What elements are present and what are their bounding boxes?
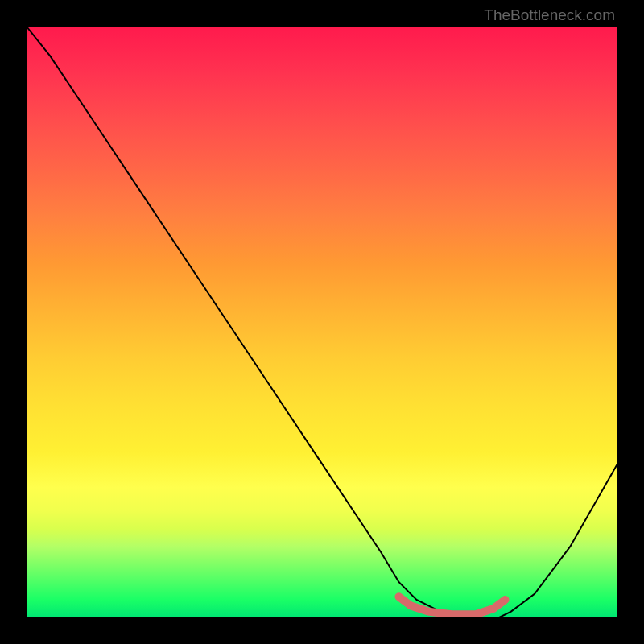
bottleneck-curve-line — [27, 27, 617, 617]
optimal-zone-marker-line — [398, 597, 505, 614]
attribution-text: TheBottleneck.com — [484, 6, 615, 24]
chart-svg — [27, 27, 617, 617]
